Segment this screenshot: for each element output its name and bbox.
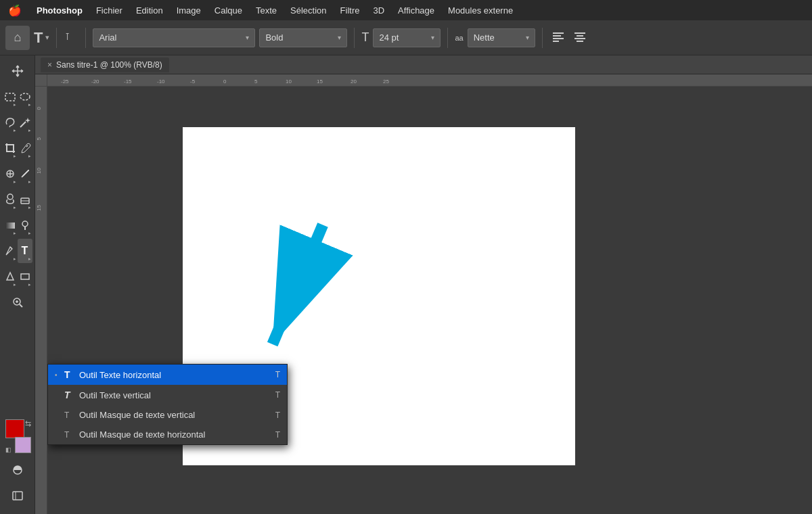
font-style-arrow: ▾: [338, 34, 341, 41]
canvas-viewport[interactable]: • T Outil Texte horizontal T T Outil Tex…: [47, 87, 812, 514]
ellipse-marquee-tool[interactable]: ▸: [18, 85, 32, 109]
text-tool-arrow: ▾: [45, 33, 49, 42]
tool-arrow-type: ▸: [28, 256, 31, 262]
tool-arrow-ellipse: ▸: [28, 102, 31, 108]
menu-bar: 🍎 Photoshop Fichier Edition Image Calque…: [0, 0, 812, 20]
eraser-tool[interactable]: ▸: [18, 187, 32, 212]
font-size-icon: T: [361, 30, 369, 45]
font-size-value: 24 pt: [379, 32, 399, 43]
tool-arrow-crop: ▸: [14, 154, 16, 159]
text-tool-selector[interactable]: T ▾: [34, 29, 49, 47]
font-style-value: Bold: [265, 32, 283, 43]
ctx-item-mask-vertical[interactable]: T Outil Masque de texte vertical T: [48, 405, 287, 425]
svg-point-16: [7, 194, 13, 200]
menu-image[interactable]: Image: [170, 0, 208, 20]
eyedropper-tool[interactable]: ▸: [18, 136, 32, 160]
ctx-icon-T-vertical: T: [64, 390, 79, 400]
ctx-icon-T-horizontal: T: [64, 369, 79, 380]
ctx-item-horizontal-text[interactable]: • T Outil Texte horizontal T: [48, 365, 287, 385]
options-toolbar: ⌂ T ▾ ⊺ Arial ▾ Bold ▾ T 24 pt ▾ aa Nett…: [0, 20, 812, 55]
antialiasing-value: Nette: [474, 32, 495, 43]
font-size-dropdown[interactable]: 24 pt ▾: [373, 28, 441, 47]
type-tool[interactable]: T ▸: [18, 239, 32, 263]
menu-filtre[interactable]: Filtre: [334, 0, 367, 20]
tool-arrow-brush: ▸: [28, 179, 31, 185]
pen-tool[interactable]: ▸: [3, 239, 18, 263]
menu-texte[interactable]: Texte: [249, 0, 284, 20]
tool-arrow-path: ▸: [14, 282, 16, 287]
menu-3d[interactable]: 3D: [366, 0, 391, 20]
ctx-item-vertical-text[interactable]: T Outil Texte vertical T: [48, 385, 287, 405]
svg-line-12: [26, 145, 28, 147]
crop-tool[interactable]: ▸: [3, 136, 18, 160]
document-tab[interactable]: × Sans titre-1 @ 100% (RVB/8): [41, 57, 169, 72]
home-button[interactable]: ⌂: [5, 26, 30, 50]
tools-extra: [0, 417, 35, 509]
tool-arrow-pen: ▸: [14, 256, 16, 262]
apple-menu[interactable]: 🍎: [0, 4, 30, 17]
menu-affichage[interactable]: Affichage: [391, 0, 441, 20]
tool-arrow-eye: ▸: [28, 154, 31, 159]
heal-tools-row: ▸ ▸: [0, 161, 35, 187]
align-center-button[interactable]: [571, 29, 589, 47]
lasso-tool[interactable]: ▸: [3, 110, 18, 135]
menu-calque[interactable]: Calque: [208, 0, 249, 20]
quick-mask-tool[interactable]: [5, 458, 30, 482]
tool-arrow-clone: ▸: [14, 205, 16, 210]
font-family-arrow: ▾: [246, 34, 249, 41]
rect-marquee-tool[interactable]: ▸: [3, 85, 18, 109]
tab-title: Sans titre-1 @ 100% (RVB/8): [56, 60, 162, 70]
shape-tools-row: ▸ ▸: [0, 264, 35, 289]
svg-line-11: [20, 122, 26, 127]
ctx-shortcut-T4: T: [275, 430, 280, 440]
toolbar-sep-4: [447, 28, 448, 48]
svg-rect-19: [5, 223, 15, 229]
transform-icon[interactable]: ⊺: [64, 28, 78, 47]
ctx-shortcut-T2: T: [275, 390, 280, 400]
clone-tool[interactable]: ▸: [3, 187, 18, 212]
svg-line-22: [10, 247, 12, 249]
ruler-left: 0 5 10 15: [35, 87, 47, 514]
gradient-tools-row: ▸ ▸: [0, 212, 35, 238]
ctx-item-mask-horizontal[interactable]: T Outil Masque de texte horizontal T: [48, 425, 287, 444]
ctx-icon-mask-horizontal: T: [64, 430, 79, 440]
rect-shape-tool[interactable]: ▸: [18, 264, 32, 289]
heal-tool[interactable]: ▸: [3, 162, 18, 186]
dodge-tool[interactable]: ▸: [18, 213, 32, 237]
ctx-dot-active: •: [55, 371, 64, 379]
gradient-tool[interactable]: ▸: [3, 213, 18, 237]
font-style-dropdown[interactable]: Bold ▾: [259, 28, 347, 47]
ruler-corner: [35, 74, 47, 87]
text-tool-icon: T: [34, 29, 43, 47]
tools-panel: ▸ ▸ ▸ ▸ ▸ ▸: [0, 55, 35, 514]
menu-edition[interactable]: Edition: [129, 0, 170, 20]
screen-mode-tool[interactable]: [5, 484, 30, 508]
svg-point-20: [22, 221, 28, 227]
align-left-button[interactable]: [549, 29, 567, 47]
brush-tool[interactable]: ▸: [18, 162, 32, 186]
antialiasing-dropdown[interactable]: Nette ▾: [468, 28, 535, 47]
toolbar-sep-5: [542, 28, 543, 48]
zoom-tool[interactable]: [5, 290, 30, 314]
move-tool[interactable]: [5, 59, 30, 83]
toolbar-sep-1: [56, 28, 57, 48]
ctx-label-mask-horizontal: Outil Masque de texte horizontal: [79, 429, 275, 440]
path-select-tool[interactable]: ▸: [3, 264, 18, 289]
tool-arrow-wand: ▸: [28, 128, 31, 133]
svg-point-10: [20, 93, 30, 100]
tab-close-button[interactable]: ×: [47, 60, 52, 70]
menu-modules[interactable]: Modules externe: [441, 0, 520, 20]
svg-rect-9: [5, 93, 15, 101]
menu-fichier[interactable]: Fichier: [89, 0, 129, 20]
crop-tools-row: ▸ ▸: [0, 135, 35, 161]
font-size-arrow: ▾: [431, 34, 434, 41]
svg-rect-29: [13, 492, 22, 500]
marquee-tools-row: ▸ ▸: [0, 84, 35, 110]
menu-selection[interactable]: Sélection: [284, 0, 333, 20]
ctx-shortcut-T3: T: [275, 411, 280, 420]
tool-arrow-heal: ▸: [14, 179, 16, 185]
antialiasing-arrow: ▾: [526, 34, 529, 41]
font-family-dropdown[interactable]: Arial ▾: [93, 28, 255, 47]
menu-photoshop[interactable]: Photoshop: [30, 0, 89, 20]
magic-wand-tool[interactable]: ▸: [18, 110, 32, 135]
